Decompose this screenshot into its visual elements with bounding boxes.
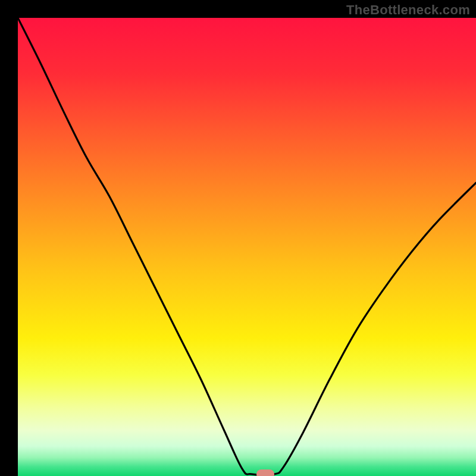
bottleneck-chart: [18, 18, 476, 476]
plot-area: [18, 18, 476, 476]
optimal-point-marker: [256, 469, 274, 476]
gradient-background: [18, 18, 476, 476]
chart-frame: TheBottleneck.com: [0, 0, 476, 476]
watermark-text: TheBottleneck.com: [346, 2, 470, 18]
